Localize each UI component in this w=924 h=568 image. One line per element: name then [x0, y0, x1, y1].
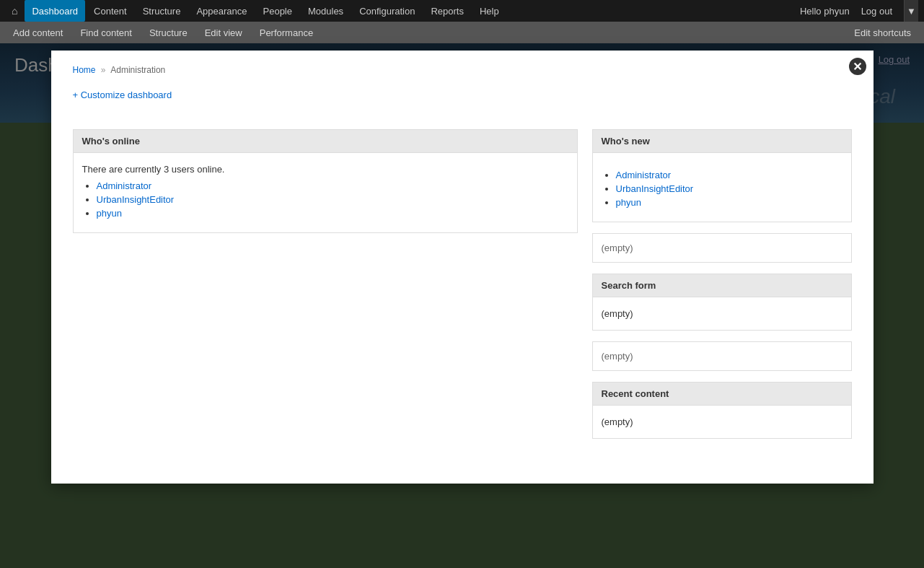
nav-modules[interactable]: Modules: [301, 0, 351, 22]
breadcrumb-home-link[interactable]: Home: [73, 65, 96, 75]
secondary-nav: Add content Find content Structure Edit …: [6, 25, 320, 41]
nav-appearance[interactable]: Appearance: [189, 0, 254, 22]
nav-structure[interactable]: Structure: [136, 0, 188, 22]
admin-bar: ⌂ Dashboard Content Structure Appearance…: [0, 0, 924, 22]
admin-bar-user: Hello phyun Log out ▼: [800, 0, 918, 22]
modal-body: + Customize dashboard Who's online There…: [73, 89, 852, 123]
nav-help[interactable]: Help: [472, 0, 506, 22]
secondary-nav-add-content[interactable]: Add content: [6, 25, 70, 41]
nav-configuration[interactable]: Configuration: [352, 0, 422, 22]
secondary-nav-find-content[interactable]: Find content: [73, 25, 139, 41]
nav-reports[interactable]: Reports: [423, 0, 471, 22]
secondary-nav-performance[interactable]: Performance: [252, 25, 320, 41]
nav-dashboard[interactable]: Dashboard: [25, 0, 85, 22]
nav-content[interactable]: Content: [87, 0, 134, 22]
breadcrumb-separator: »: [101, 65, 106, 75]
secondary-bar: Add content Find content Structure Edit …: [0, 22, 924, 43]
breadcrumb: Home » Administration: [73, 65, 852, 75]
admin-logout-button[interactable]: Log out: [855, 3, 898, 19]
edit-shortcuts-link[interactable]: Edit shortcuts: [847, 25, 918, 41]
modal-close-button[interactable]: ✕: [849, 58, 866, 75]
hello-text: Hello phyun: [800, 6, 850, 17]
secondary-nav-structure[interactable]: Structure: [142, 25, 195, 41]
customize-dashboard-link[interactable]: + Customize dashboard: [73, 89, 172, 100]
modal-overlay: ✕ Home » Administration + Customize dash…: [0, 43, 924, 123]
breadcrumb-current: Administration: [110, 65, 165, 75]
admin-nav: ⌂ Dashboard Content Structure Appearance…: [6, 0, 506, 22]
home-icon[interactable]: ⌂: [6, 2, 23, 19]
dropdown-arrow-icon[interactable]: ▼: [904, 0, 918, 22]
modal-dialog: ✕ Home » Administration + Customize dash…: [51, 51, 874, 123]
secondary-nav-edit-view[interactable]: Edit view: [198, 25, 250, 41]
nav-people[interactable]: People: [256, 0, 299, 22]
